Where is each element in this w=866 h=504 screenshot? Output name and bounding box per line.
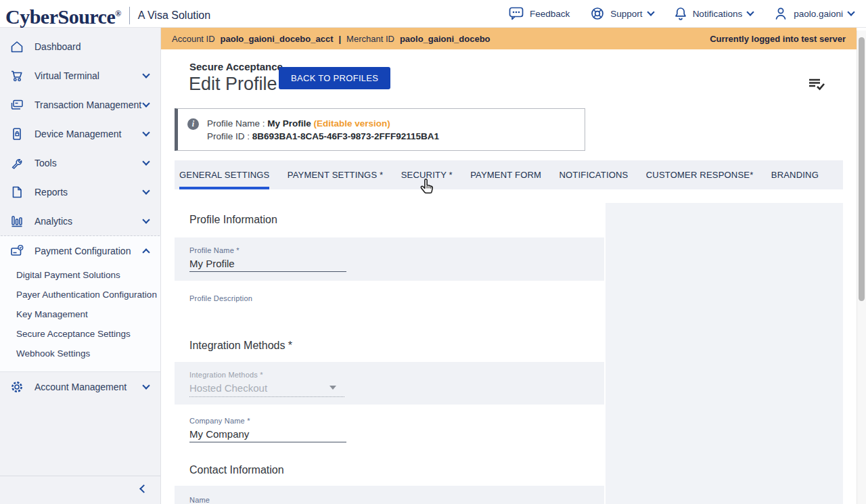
profile-name-input[interactable] <box>189 254 346 272</box>
sidebar-item-account-management[interactable]: Account Management <box>0 372 160 401</box>
general-settings-panel: Profile Information Profile Name * Profi… <box>161 201 857 504</box>
sidebar-item-label: Device Management <box>35 129 121 139</box>
sidebar-item-label: Account Management <box>35 382 127 392</box>
sidebar: Dashboard Virtual Terminal Transaction M… <box>0 28 161 504</box>
integration-methods-field-row: Integration Methods * Hosted Checkout <box>175 362 604 405</box>
editable-version-note: (Editable version) <box>314 118 390 129</box>
account-merchant-ids: Account ID paolo_gaioni_docebo_acct | Me… <box>172 34 491 44</box>
support-icon <box>590 6 605 21</box>
sidebar-item-secure-acceptance-settings[interactable]: Secure Acceptance Settings <box>0 324 160 344</box>
contact-name-field-row: Name <box>175 486 604 504</box>
section-eyebrow: Secure Acceptance <box>189 61 283 72</box>
profile-name-line: Profile Name : My Profile (Editable vers… <box>207 117 439 130</box>
chevron-down-icon <box>142 187 150 194</box>
company-name-input[interactable] <box>189 425 346 442</box>
profile-description-field-row: Profile Description <box>175 281 604 327</box>
tab-customer-response[interactable]: CUSTOMER RESPONSE* <box>646 160 754 189</box>
user-icon <box>773 6 788 21</box>
sidebar-item-webhook-settings[interactable]: Webhook Settings <box>0 344 160 363</box>
sidebar-item-label: Reports <box>35 187 68 198</box>
contact-name-label: Name <box>189 496 604 504</box>
chevron-down-icon <box>647 8 654 16</box>
profile-name-field-row: Profile Name * <box>175 237 604 280</box>
chevron-down-icon <box>142 382 150 389</box>
sidebar-item-reports[interactable]: Reports <box>0 177 160 206</box>
chevron-down-icon <box>142 158 150 165</box>
profile-id-line: Profile ID : 8B693BA1-8CA5-46F3-9873-2FF… <box>207 130 439 143</box>
sidebar-item-payer-authentication-configuration[interactable]: Payer Authentication Configuration <box>0 285 160 304</box>
page-title: Edit Profile <box>189 74 277 95</box>
sidebar-item-dashboard[interactable]: Dashboard <box>0 32 160 61</box>
notifications-menu[interactable]: Notifications <box>674 6 754 21</box>
sidebar-item-label: Analytics <box>35 216 72 227</box>
profile-id-value: 8B693BA1-8CA5-46F3-9873-2FFF92115BA1 <box>252 131 439 141</box>
profile-form-card: Profile Information Profile Name * Profi… <box>175 201 604 504</box>
sidebar-item-key-management[interactable]: Key Management <box>0 304 160 324</box>
sidebar-item-label: Payment Configuration <box>35 246 131 256</box>
sidebar-item-virtual-terminal[interactable]: Virtual Terminal <box>0 61 160 90</box>
cybersource-logo: CyberSource® <box>5 1 121 29</box>
vertical-scrollbar[interactable] <box>857 30 866 504</box>
chevron-down-icon <box>747 8 754 16</box>
info-icon: i <box>187 118 199 130</box>
home-icon <box>9 39 24 54</box>
header-actions: Feedback Support Notifications paolo.gai… <box>508 0 854 27</box>
profile-name-label: Profile Name * <box>189 246 604 254</box>
app-header: CyberSource® A Visa Solution Feedback Su… <box>0 0 866 28</box>
sidebar-item-label: Virtual Terminal <box>35 70 99 81</box>
profile-name-value: My Profile <box>267 118 311 129</box>
sidebar-item-transaction-management[interactable]: Transaction Management <box>0 90 160 119</box>
card-check-icon <box>9 244 24 258</box>
tab-payment-form[interactable]: PAYMENT FORM <box>470 160 541 189</box>
username-label: paolo.gaioni <box>794 9 843 19</box>
feedback-icon <box>508 6 524 21</box>
support-label: Support <box>610 9 642 19</box>
chevron-down-icon <box>142 70 150 78</box>
company-name-label: Company Name * <box>189 417 604 425</box>
sidebar-item-payment-configuration[interactable]: Payment Configuration <box>0 236 160 265</box>
sidebar-footer <box>0 476 160 504</box>
main-content: Secure Acceptance Edit Profile BACK TO P… <box>161 49 857 504</box>
sidebar-item-tools[interactable]: Tools <box>0 148 160 177</box>
tab-branding[interactable]: BRANDING <box>771 160 819 189</box>
back-to-profiles-button[interactable]: BACK TO PROFILES <box>279 67 390 89</box>
account-id-label: Account ID <box>172 34 215 44</box>
collapse-sidebar-icon[interactable] <box>139 484 148 493</box>
settings-tab-bar: GENERAL SETTINGS PAYMENT SETTINGS * SECU… <box>175 160 843 189</box>
feedback-label: Feedback <box>530 9 570 19</box>
feedback-button[interactable]: Feedback <box>508 6 570 21</box>
integration-methods-header: Integration Methods * <box>175 327 604 362</box>
account-context-bar: Account ID paolo_gaioni_docebo_acct | Me… <box>161 28 857 49</box>
chevron-down-icon <box>142 99 150 107</box>
sidebar-item-digital-payment-solutions[interactable]: Digital Payment Solutions <box>0 265 160 285</box>
payment-configuration-section: Payment Configuration Digital Payment So… <box>0 236 160 372</box>
task-list-check-icon[interactable] <box>808 76 825 93</box>
sidebar-item-device-management[interactable]: Device Management <box>0 119 160 148</box>
profile-description-label: Profile Description <box>189 294 604 302</box>
brand: CyberSource® A Visa Solution <box>5 1 210 29</box>
user-menu[interactable]: paolo.gaioni <box>773 6 854 21</box>
integration-methods-label: Integration Methods * <box>189 371 604 379</box>
sidebar-item-label: Dashboard <box>35 41 81 52</box>
integration-methods-select[interactable]: Hosted Checkout <box>189 379 344 397</box>
chevron-up-icon <box>142 248 150 256</box>
wrench-icon <box>9 156 24 170</box>
tab-notifications[interactable]: NOTIFICATIONS <box>559 160 628 189</box>
document-icon <box>9 185 24 200</box>
sidebar-item-label: Tools <box>35 158 57 168</box>
company-name-field-row: Company Name * <box>175 405 604 451</box>
sidebar-item-analytics[interactable]: Analytics <box>0 206 160 235</box>
id-divider: | <box>338 34 341 44</box>
bar-chart-icon <box>9 214 24 229</box>
profile-info-banner: i Profile Name : My Profile (Editable ve… <box>175 108 585 151</box>
tab-general-settings[interactable]: GENERAL SETTINGS <box>179 160 269 189</box>
scrollbar-thumb[interactable] <box>859 37 865 301</box>
bell-icon <box>674 6 687 21</box>
brand-tagline: A Visa Solution <box>138 9 210 22</box>
support-menu[interactable]: Support <box>590 6 653 21</box>
gear-icon <box>9 380 24 394</box>
chevron-down-icon <box>142 216 150 223</box>
integration-methods-value: Hosted Checkout <box>189 382 267 394</box>
tab-payment-settings[interactable]: PAYMENT SETTINGS * <box>288 160 384 189</box>
brand-divider <box>129 7 130 24</box>
